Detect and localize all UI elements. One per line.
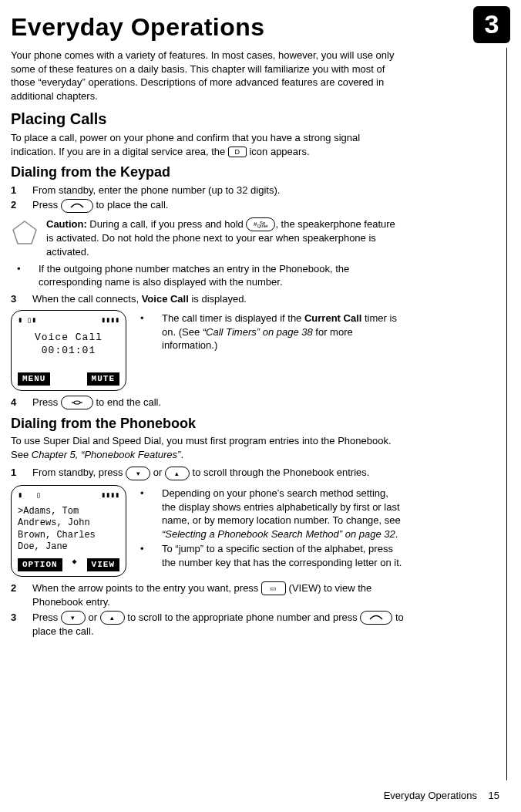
step-number: 3 [11, 292, 32, 306]
step-number: 2 [11, 198, 32, 213]
softkey-view: VIEW [87, 558, 119, 571]
bullet-mark: • [11, 262, 39, 289]
screen-line: Brown, Charles [18, 530, 119, 542]
bullet-item: • If the outgoing phone number matches a… [11, 262, 404, 289]
up-key-icon: ▴ [165, 467, 190, 480]
footer-label: Everyday Operations [384, 790, 477, 801]
text: Press [32, 199, 61, 211]
digital-service-icon: D [228, 147, 247, 157]
text: When the call connects, [32, 293, 142, 305]
step-text: Press to end the call. [32, 396, 404, 410]
svg-point-1 [74, 401, 80, 404]
step-row: 2 When the arrow points to the entry you… [11, 581, 404, 609]
page-title: Everyday Operations [11, 11, 499, 44]
svg-marker-0 [13, 221, 36, 244]
voice-call-bold: Voice Call [142, 293, 189, 305]
text: or [88, 612, 99, 623]
battery-icon: ▮ ▯▮ [18, 315, 36, 326]
up-key-icon: ▴ [100, 611, 125, 625]
text: Press [32, 396, 61, 408]
signal-icon: ▮▮▮▮ [101, 315, 119, 326]
bullet-item: • To “jump” to a specific section of the… [134, 542, 404, 569]
text: The call timer is displayed if the [162, 312, 304, 324]
screen-line: Voice Call [18, 331, 119, 345]
talk-key-icon [360, 611, 392, 625]
softkey-menu: MENU [18, 372, 50, 386]
bullet-item: • Depending on your phone’s search metho… [134, 487, 404, 541]
step-row: 4 Press to end the call. [11, 396, 404, 410]
screen-line: Doe, Jane [18, 541, 119, 554]
bullet-text: The call timer is displayed if the Curre… [162, 312, 404, 352]
bullet-mark: • [134, 487, 162, 541]
step-text: Press ▾ or ▴ to scroll to the appropriat… [32, 611, 404, 638]
down-key-icon: ▾ [126, 467, 150, 480]
bullet-text: Depending on your phone’s search method … [162, 487, 404, 541]
bullet-mark: • [134, 542, 162, 569]
down-key-icon: ▾ [61, 611, 86, 625]
step-number: 3 [11, 611, 32, 638]
step-row: 3 When the call connects, Voice Call is … [11, 292, 404, 306]
intro-paragraph: Your phone comes with a variety of featu… [11, 49, 404, 103]
caution-icon [11, 219, 39, 251]
current-call-bold: Current Call [304, 312, 361, 324]
right-softkey-icon: ▭ [261, 581, 286, 595]
text: During a call, if you press and hold [87, 218, 247, 230]
step-number: 1 [11, 466, 32, 480]
step-text: When the call connects, Voice Call is di… [32, 292, 404, 306]
hash-key-icon: # SpQuiet [246, 217, 275, 231]
screen-line: 00:01:01 [18, 344, 119, 358]
step-row: 2 Press to place the call. [11, 198, 404, 213]
bullet-item: • The call timer is displayed if the Cur… [134, 312, 404, 352]
text: From standby, press [32, 467, 126, 478]
step-number: 1 [11, 184, 32, 197]
bullet-text: If the outgoing phone number matches an … [39, 262, 404, 289]
text: When the arrow points to the entry you w… [32, 582, 261, 594]
step-row: 1 From standby, enter the phone number (… [11, 184, 404, 197]
footer-page-number: 15 [489, 790, 499, 801]
placing-calls-intro: To place a call, power on your phone and… [11, 131, 404, 158]
signal-icon: ▮▮▮▮ [101, 490, 119, 501]
step-number: 4 [11, 396, 32, 410]
text: . [180, 449, 183, 460]
battery-icon: ▮ ▯ [18, 490, 41, 501]
text: to end the call. [96, 396, 161, 408]
phonebook-intro: To use Super Dial and Speed Dial, you mu… [11, 434, 404, 461]
dialing-phonebook-heading: Dialing from the Phonebook [11, 414, 404, 433]
step-text: From standby, press ▾ or ▴ to scroll thr… [32, 466, 404, 480]
text: to scroll to the appropriate phone numbe… [127, 612, 360, 623]
text: to place the call. [96, 199, 168, 211]
step-number: 2 [11, 581, 32, 609]
phone-screen-phonebook: ▮ ▯ ▮▮▮▮ >Adams, Tom Andrews, John Brown… [11, 485, 126, 577]
screen-line: >Adams, Tom [18, 506, 119, 518]
ref: Chapter 5, “Phonebook Features” [32, 449, 181, 460]
talk-key-icon [61, 199, 93, 213]
step-row: 3 Press ▾ or ▴ to scroll to the appropri… [11, 611, 404, 638]
text: to scroll through the Phonebook entries. [193, 467, 370, 478]
vertical-rule [506, 48, 507, 780]
page-footer: Everyday Operations 15 [384, 789, 499, 803]
ref: “Call Timers” on page 38 [203, 326, 313, 338]
bullet-mark: • [134, 312, 162, 352]
text: Depending on your phone’s search method … [162, 487, 401, 526]
caution-label: Caution: [46, 218, 87, 230]
step-row: 1 From standby, press ▾ or ▴ to scroll t… [11, 466, 404, 480]
text: or [153, 467, 165, 478]
step-text: Press to place the call. [32, 198, 404, 213]
step-text: From standby, enter the phone number (up… [32, 184, 404, 197]
bullet-text: To “jump” to a specific section of the a… [162, 542, 404, 569]
updown-icon: ◆ [72, 558, 77, 571]
dialing-keypad-heading: Dialing from the Keypad [11, 163, 404, 181]
phone-screen-voicecall: ▮ ▯▮ ▮▮▮▮ Voice Call 00:01:01 MENU MUTE [11, 310, 126, 390]
text: Press [32, 612, 61, 623]
softkey-option: OPTION [18, 558, 62, 571]
placing-calls-intro-b: icon appears. [249, 146, 309, 157]
softkey-mute: MUTE [87, 372, 119, 386]
screen-line: Andrews, John [18, 517, 119, 530]
caution-block: Caution: During a call, if you press and… [11, 217, 404, 259]
text: . [395, 528, 398, 540]
placing-calls-heading: Placing Calls [11, 109, 404, 130]
chapter-number-badge: 3 [473, 6, 510, 43]
step-text: When the arrow points to the entry you w… [32, 581, 404, 609]
caution-text: Caution: During a call, if you press and… [46, 217, 404, 259]
end-key-icon [61, 396, 93, 409]
